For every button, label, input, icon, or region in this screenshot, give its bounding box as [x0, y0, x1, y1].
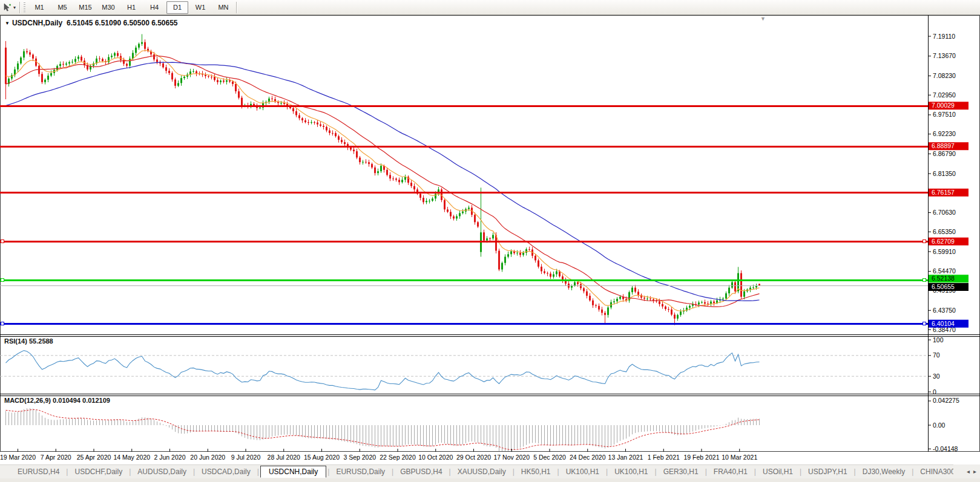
candle	[162, 64, 164, 67]
candle	[26, 51, 28, 53]
candle	[677, 315, 679, 319]
candle	[389, 175, 391, 178]
timeframe-button-h1[interactable]: H1	[120, 1, 142, 14]
candle	[665, 307, 666, 309]
pane-borders	[0, 15, 980, 452]
macd-indicator-label: MACD(12,26,9) 0.010494 0.012109	[4, 397, 110, 404]
tab-scroll-left-icon[interactable]: ◂	[967, 468, 970, 475]
svg-text:6.86790: 6.86790	[933, 150, 956, 157]
candle	[144, 42, 146, 49]
candle	[444, 200, 446, 210]
candle	[23, 51, 25, 57]
candle	[338, 136, 340, 140]
svg-text:7.00029: 7.00029	[932, 102, 955, 109]
candle	[301, 118, 303, 120]
svg-text:6.92230: 6.92230	[933, 130, 956, 137]
candle	[177, 83, 179, 85]
chart-tab-uk100-h1[interactable]: UK100,H1	[608, 466, 654, 477]
toolbar-grip-handle[interactable]	[23, 2, 26, 13]
svg-text:6.97510: 6.97510	[933, 111, 956, 118]
line-handle[interactable]	[1, 240, 4, 243]
svg-text:6.43750: 6.43750	[933, 307, 956, 314]
timeframe-button-w1[interactable]: W1	[189, 1, 211, 14]
chart-tab-eurusd-daily[interactable]: EURUSD,Daily	[329, 466, 392, 477]
price-axis[interactable]: 7.191107.136707.082307.029506.975106.922…	[928, 33, 968, 333]
candle	[498, 251, 500, 270]
date-label: 19 Mar 2020	[0, 454, 36, 461]
timeframe-button-m5[interactable]: M5	[51, 1, 73, 14]
candle	[168, 71, 170, 73]
macd-name: MACD(12,26,9)	[4, 397, 51, 404]
line-handle[interactable]	[1, 279, 4, 282]
timeframe-button-m15[interactable]: M15	[74, 1, 96, 14]
line-handle[interactable]	[923, 279, 926, 282]
candle	[601, 310, 603, 313]
macd-histogram	[6, 408, 760, 452]
candle	[71, 62, 73, 62]
timeframe-button-m1[interactable]: M1	[28, 1, 50, 14]
line-handle[interactable]	[923, 322, 926, 325]
chart-tab-usdchf-daily[interactable]: USDCHF,Daily	[68, 466, 129, 477]
date-axis[interactable]: 19 Mar 20207 Apr 202025 Apr 202014 May 2…	[0, 452, 980, 464]
timeframe-button-m30[interactable]: M30	[97, 1, 119, 14]
chart-tab-eurusd-h4[interactable]: EURUSD,H4	[11, 466, 66, 477]
price-chart-canvas[interactable]: 7.191107.136707.082307.029506.975106.922…	[0, 15, 980, 452]
rsi-value: 55.2588	[29, 337, 53, 345]
candle	[311, 122, 312, 123]
macd-pane	[6, 408, 760, 452]
cursor-tool-button[interactable]: ▾	[0, 0, 18, 15]
chart-tab-fra40-h1[interactable]: FRA40,H1	[707, 466, 754, 477]
chart-tab-uk100-h1[interactable]: UK100,H1	[559, 466, 606, 477]
candle	[335, 133, 337, 136]
candle	[74, 59, 76, 62]
collapse-triangle-icon[interactable]: ▼	[5, 21, 10, 26]
candle	[20, 57, 22, 64]
candle	[734, 282, 736, 291]
mt4-terminal: ▾ M1M5M15M30H1H4D1W1MN 7.191107.136707.0…	[0, 0, 980, 482]
candle	[519, 253, 521, 255]
timeframe-button-d1[interactable]: D1	[166, 1, 188, 14]
candle	[713, 302, 715, 304]
candlesticks[interactable]	[5, 34, 760, 325]
candle	[477, 222, 479, 226]
candle	[205, 75, 206, 76]
candle	[99, 59, 100, 59]
candle	[583, 288, 585, 291]
timeframe-toolbar: ▾ M1M5M15M30H1H4D1W1MN	[0, 0, 980, 15]
chart-tab-dj30-weekly[interactable]: DJ30,Weekly	[856, 466, 912, 477]
chevron-down-icon[interactable]: ▾	[13, 5, 16, 10]
ohlc-open: 6.51045	[67, 19, 93, 27]
chart-shift-marker-icon[interactable]: ▼	[760, 16, 766, 22]
chart-tab-usoil-h1[interactable]: USOil,H1	[756, 466, 800, 477]
chart-tab-ger30-h1[interactable]: GER30,H1	[657, 466, 705, 477]
chart-tab-usdcad-daily[interactable]: USDCAD,Daily	[195, 466, 257, 477]
chart-tab-audusd-daily[interactable]: AUDUSD,Daily	[131, 466, 193, 477]
candle	[510, 252, 512, 255]
timeframe-button-mn[interactable]: MN	[212, 1, 234, 14]
candle	[731, 282, 733, 288]
svg-text:7.13670: 7.13670	[933, 52, 956, 59]
candle	[374, 168, 376, 173]
candle	[332, 133, 334, 134]
candle	[326, 127, 327, 131]
chart-tab-hk50-h1[interactable]: HK50,H1	[515, 466, 557, 477]
chart-tab-gbpusd-h4[interactable]: GBPUSD,H4	[393, 466, 449, 477]
candle	[649, 299, 651, 299]
chart-tab-usdcnh-daily[interactable]: USDCNH,Daily	[260, 466, 326, 478]
candle	[619, 297, 621, 299]
ohlc-high: 6.51090	[95, 19, 121, 27]
candle	[353, 149, 355, 151]
date-label: 7 Apr 2020	[41, 454, 71, 461]
candle	[226, 80, 228, 82]
line-handle[interactable]	[1, 322, 4, 325]
candle	[643, 298, 645, 299]
candle	[701, 302, 703, 303]
chart-tab-xauusd-daily[interactable]: XAUUSD,Daily	[451, 466, 513, 477]
timeframe-button-h4[interactable]: H4	[143, 1, 165, 14]
date-label: 5 Dec 2020	[533, 454, 566, 461]
horizontal-level-lines[interactable]	[0, 106, 928, 325]
line-handle[interactable]	[923, 240, 926, 243]
chart-tab-usdjpy-h1[interactable]: USDJPY,H1	[801, 466, 853, 477]
candle	[550, 273, 551, 276]
tab-scroll-right-icon[interactable]: ▸	[973, 468, 976, 475]
